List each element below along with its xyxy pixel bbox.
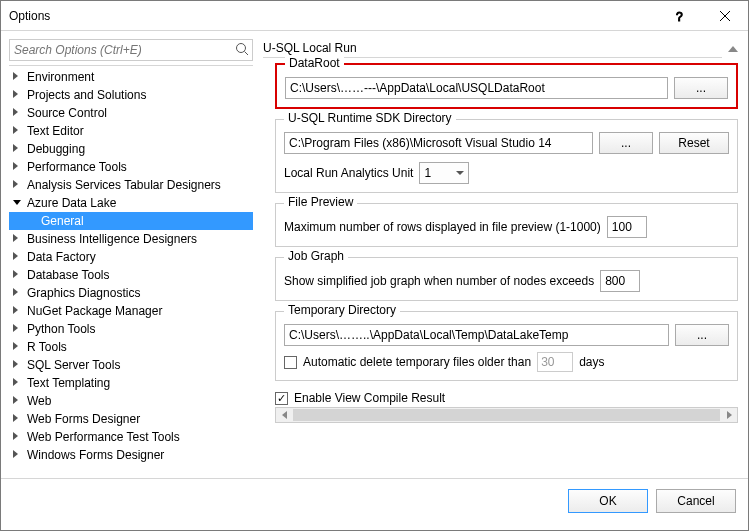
tree-item[interactable]: Text Templating (9, 374, 253, 392)
tree-item[interactable]: SQL Server Tools (9, 356, 253, 374)
window-title: Options (9, 9, 656, 23)
left-panel: EnvironmentProjects and SolutionsSource … (9, 39, 253, 478)
dataroot-legend: DataRoot (285, 56, 344, 70)
chevron-right-icon[interactable] (13, 90, 23, 100)
chevron-right-icon[interactable] (13, 360, 23, 370)
tree-item-label: R Tools (27, 340, 67, 354)
tempdir-legend: Temporary Directory (284, 303, 400, 317)
tree-item[interactable]: Projects and Solutions (9, 86, 253, 104)
horizontal-scrollbar[interactable] (275, 407, 738, 423)
tree-item[interactable]: Source Control (9, 104, 253, 122)
chevron-right-icon[interactable] (13, 72, 23, 82)
dataroot-browse-button[interactable]: ... (674, 77, 728, 99)
chevron-right-icon[interactable] (13, 126, 23, 136)
tree-item-label: Graphics Diagnostics (27, 286, 140, 300)
tempdir-browse-button[interactable]: ... (675, 324, 729, 346)
scroll-right-icon[interactable] (721, 408, 737, 422)
close-button[interactable] (702, 1, 748, 31)
tree-item[interactable]: Text Editor (9, 122, 253, 140)
tree-item-label: NuGet Package Manager (27, 304, 162, 318)
runtime-reset-button[interactable]: Reset (659, 132, 729, 154)
chevron-down-icon[interactable] (13, 198, 23, 208)
job-graph-value[interactable] (600, 270, 640, 292)
tree-item[interactable]: Web Performance Test Tools (9, 428, 253, 446)
chevron-right-icon[interactable] (13, 450, 23, 460)
chevron-right-icon[interactable] (13, 252, 23, 262)
chevron-right-icon[interactable] (13, 396, 23, 406)
chevron-right-icon[interactable] (13, 144, 23, 154)
svg-line-4 (245, 52, 249, 56)
runtime-input[interactable] (284, 132, 593, 154)
tree-item-label: Azure Data Lake (27, 196, 116, 210)
section-heading: U-SQL Local Run (263, 41, 722, 58)
cancel-button[interactable]: Cancel (656, 489, 736, 513)
chevron-right-icon[interactable] (13, 270, 23, 280)
tree-item[interactable]: Web Forms Designer (9, 410, 253, 428)
dialog-footer: OK Cancel (1, 478, 748, 522)
enable-compile-checkbox[interactable] (275, 392, 288, 405)
options-tree[interactable]: EnvironmentProjects and SolutionsSource … (9, 65, 253, 478)
tree-item-label: Windows Forms Designer (27, 448, 164, 462)
chevron-right-icon[interactable] (13, 180, 23, 190)
chevron-right-icon[interactable] (13, 306, 23, 316)
scroll-thumb[interactable] (293, 409, 720, 421)
tree-item[interactable]: Performance Tools (9, 158, 253, 176)
ok-button[interactable]: OK (568, 489, 648, 513)
tree-item-label: Performance Tools (27, 160, 127, 174)
autodelete-days-input[interactable] (537, 352, 573, 372)
tree-item-label: Web Forms Designer (27, 412, 140, 426)
tempdir-input[interactable] (284, 324, 669, 346)
tree-item[interactable]: Database Tools (9, 266, 253, 284)
chevron-right-icon[interactable] (13, 108, 23, 118)
tree-item[interactable]: General (9, 212, 253, 230)
tree-item[interactable]: Python Tools (9, 320, 253, 338)
tree-item-label: Text Templating (27, 376, 110, 390)
tree-item[interactable]: Web (9, 392, 253, 410)
tree-item[interactable]: Azure Data Lake (9, 194, 253, 212)
tree-item-label: Source Control (27, 106, 107, 120)
chevron-right-icon[interactable] (13, 414, 23, 424)
tree-item-label: Data Factory (27, 250, 96, 264)
svg-text:?: ? (676, 10, 683, 23)
runtime-group: U-SQL Runtime SDK Directory ... Reset Lo… (275, 119, 738, 193)
autodelete-checkbox[interactable] (284, 356, 297, 369)
job-graph-group: Job Graph Show simplified job graph when… (275, 257, 738, 301)
runtime-legend: U-SQL Runtime SDK Directory (284, 111, 456, 125)
tree-item[interactable]: Business Intelligence Designers (9, 230, 253, 248)
tree-item-label: Python Tools (27, 322, 96, 336)
tree-item[interactable]: Data Factory (9, 248, 253, 266)
search-input[interactable] (9, 39, 253, 61)
collapse-section-icon[interactable] (728, 46, 738, 52)
tree-item-label: Text Editor (27, 124, 84, 138)
settings-panel: U-SQL Local Run DataRoot ... U-SQL Runti… (263, 39, 748, 478)
file-preview-value[interactable] (607, 216, 647, 238)
tree-item-label: Analysis Services Tabular Designers (27, 178, 221, 192)
tree-item[interactable]: Analysis Services Tabular Designers (9, 176, 253, 194)
tree-item[interactable]: Windows Forms Designer (9, 446, 253, 464)
analytics-unit-combo[interactable]: 1 (419, 162, 469, 184)
tree-item[interactable]: Debugging (9, 140, 253, 158)
job-graph-legend: Job Graph (284, 249, 348, 263)
tree-item[interactable]: Environment (9, 68, 253, 86)
file-preview-legend: File Preview (284, 195, 357, 209)
chevron-right-icon[interactable] (13, 324, 23, 334)
dataroot-group: DataRoot ... (275, 63, 738, 109)
tree-item-label: Environment (27, 70, 94, 84)
tree-item-label: Database Tools (27, 268, 110, 282)
tree-item[interactable]: Graphics Diagnostics (9, 284, 253, 302)
tree-item[interactable]: R Tools (9, 338, 253, 356)
chevron-right-icon[interactable] (13, 432, 23, 442)
chevron-right-icon[interactable] (13, 288, 23, 298)
chevron-right-icon[interactable] (13, 162, 23, 172)
dataroot-input[interactable] (285, 77, 668, 99)
help-button[interactable]: ? (656, 1, 702, 31)
chevron-right-icon[interactable] (13, 234, 23, 244)
tree-item[interactable]: NuGet Package Manager (9, 302, 253, 320)
chevron-right-icon[interactable] (13, 378, 23, 388)
scroll-left-icon[interactable] (276, 408, 292, 422)
search-icon[interactable] (235, 42, 249, 59)
svg-point-3 (237, 44, 246, 53)
chevron-right-icon[interactable] (13, 342, 23, 352)
autodelete-label-post: days (579, 355, 604, 369)
runtime-browse-button[interactable]: ... (599, 132, 653, 154)
